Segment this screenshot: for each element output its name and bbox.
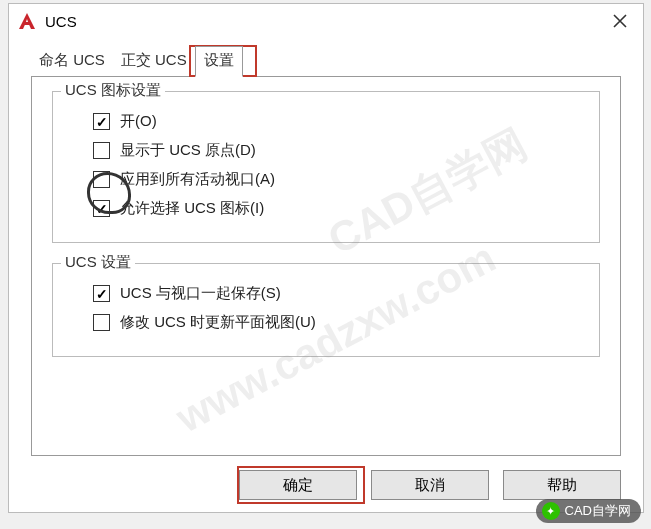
checkbox-allow-select-icon[interactable] [93,200,110,217]
checkbox-update-plan-view[interactable] [93,314,110,331]
tab-settings[interactable]: 设置 [195,46,243,77]
tab-strip: 命名 UCS 正交 UCS 设置 [31,46,643,76]
ok-button[interactable]: 确定 [239,470,357,500]
checkbox-save-with-viewport[interactable] [93,285,110,302]
close-icon [613,14,627,28]
checkbox-label: 允许选择 UCS 图标(I) [120,199,264,218]
checkbox-label: 开(O) [120,112,157,131]
watermark-pill: ✦ CAD自学网 [536,499,641,523]
group-ucs-settings: UCS 设置 UCS 与视口一起保存(S) 修改 UCS 时更新平面视图(U) [52,263,600,357]
ucs-dialog: UCS 命名 UCS 正交 UCS 设置 UCS 图标设置 开(O) 显示于 U… [8,3,644,513]
tab-named-ucs[interactable]: 命名 UCS [31,47,113,76]
checkbox-row-save-with-viewport[interactable]: UCS 与视口一起保存(S) [93,284,585,303]
tab-content: UCS 图标设置 开(O) 显示于 UCS 原点(D) 应用到所有活动视口(A)… [31,76,621,456]
checkbox-on[interactable] [93,113,110,130]
cancel-button[interactable]: 取消 [371,470,489,500]
checkbox-show-at-origin[interactable] [93,142,110,159]
dialog-title: UCS [45,13,605,30]
checkbox-row-on[interactable]: 开(O) [93,112,585,131]
checkbox-row-update-plan-view[interactable]: 修改 UCS 时更新平面视图(U) [93,313,585,332]
tab-ortho-ucs[interactable]: 正交 UCS [113,47,195,76]
watermark-pill-text: CAD自学网 [565,502,631,520]
dialog-buttons: 确定 取消 帮助 [9,470,621,500]
checkbox-row-show-at-origin[interactable]: 显示于 UCS 原点(D) [93,141,585,160]
close-button[interactable] [605,6,635,36]
checkbox-label: UCS 与视口一起保存(S) [120,284,281,303]
checkbox-row-apply-all-viewports[interactable]: 应用到所有活动视口(A) [93,170,585,189]
checkbox-label: 显示于 UCS 原点(D) [120,141,256,160]
help-button[interactable]: 帮助 [503,470,621,500]
group-ucs-icon-settings: UCS 图标设置 开(O) 显示于 UCS 原点(D) 应用到所有活动视口(A)… [52,91,600,243]
checkbox-apply-all-viewports[interactable] [93,171,110,188]
checkbox-label: 修改 UCS 时更新平面视图(U) [120,313,316,332]
wechat-icon: ✦ [542,502,560,520]
autocad-logo-icon [17,11,37,31]
checkbox-label: 应用到所有活动视口(A) [120,170,275,189]
group-legend: UCS 图标设置 [61,81,165,100]
group-legend: UCS 设置 [61,253,135,272]
checkbox-row-allow-select-icon[interactable]: 允许选择 UCS 图标(I) [93,199,585,218]
titlebar: UCS [9,4,643,38]
